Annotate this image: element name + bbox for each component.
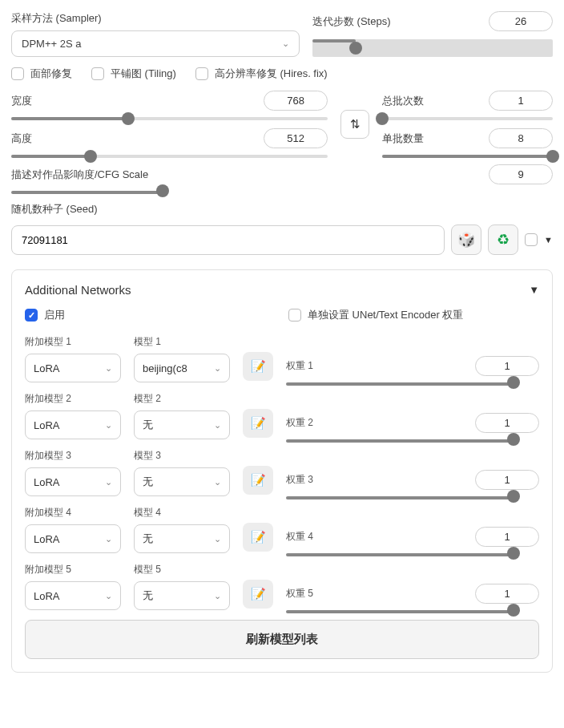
- enable-checkbox[interactable]: ✓ 启用: [25, 308, 276, 322]
- sampler-value: DPM++ 2S a: [22, 38, 81, 50]
- width-slider[interactable]: [11, 117, 328, 120]
- batch-size-slider[interactable]: [382, 155, 553, 158]
- seed-random-button[interactable]: 🎲: [451, 224, 481, 255]
- edit-button-5[interactable]: 📝: [243, 580, 273, 609]
- seed-label: 随机数种子 (Seed): [11, 202, 553, 216]
- seed-reuse-button[interactable]: ♻: [488, 224, 518, 255]
- dice-icon: 🎲: [457, 231, 475, 249]
- model-select-1[interactable]: beijing(c8⌄: [134, 354, 230, 382]
- batch-count-value[interactable]: 1: [489, 91, 553, 111]
- batch-size-value[interactable]: 8: [489, 128, 553, 148]
- height-slider[interactable]: [11, 155, 328, 158]
- edit-icon: 📝: [251, 587, 266, 601]
- addnet-row-1: 附加模型 1LoRA⌄模型 1beijing(c8⌄📝权重 11: [25, 335, 539, 382]
- swap-icon: ⇅: [350, 117, 361, 131]
- addon-type-select-4[interactable]: LoRA⌄: [25, 524, 121, 553]
- chevron-down-icon: ⌄: [282, 38, 289, 49]
- edit-icon: 📝: [251, 416, 266, 431]
- swap-wh-button[interactable]: ⇅: [340, 110, 369, 139]
- model-select-2[interactable]: 无⌄: [134, 411, 230, 439]
- batch-count-slider[interactable]: [382, 117, 553, 120]
- model-select-4[interactable]: 无⌄: [134, 524, 230, 553]
- tiling-checkbox[interactable]: 平铺图 (Tiling): [91, 67, 176, 81]
- edit-button-4[interactable]: 📝: [243, 523, 273, 552]
- recycle-icon: ♻: [497, 231, 510, 249]
- edit-button-2[interactable]: 📝: [243, 409, 273, 438]
- height-value[interactable]: 512: [264, 128, 328, 148]
- weight-value-2[interactable]: 1: [475, 413, 539, 433]
- width-label: 宽度: [11, 94, 32, 108]
- batch-size-label: 单批数量: [382, 131, 424, 146]
- height-label: 高度: [11, 131, 32, 146]
- sampler-select[interactable]: DPM++ 2S a ⌄: [11, 30, 300, 57]
- additional-networks-panel: Additional Networks ▼ ✓ 启用 单独设置 UNet/Tex…: [11, 269, 553, 673]
- sampler-label: 采样方法 (Sampler): [11, 11, 300, 26]
- addon-type-select-5[interactable]: LoRA⌄: [25, 581, 121, 610]
- seed-expand-icon[interactable]: ▼: [544, 235, 553, 245]
- addon-type-select-2[interactable]: LoRA⌄: [25, 411, 121, 439]
- sep-weight-checkbox[interactable]: 单独设置 UNet/Text Encoder 权重: [288, 308, 539, 322]
- check-icon: ✓: [25, 309, 38, 322]
- addnet-row-4: 附加模型 4LoRA⌄模型 4无⌄📝权重 41: [25, 506, 539, 553]
- weight-value-5[interactable]: 1: [475, 584, 539, 604]
- cfg-value[interactable]: 9: [489, 164, 553, 184]
- model-select-3[interactable]: 无⌄: [134, 467, 230, 496]
- edit-icon: 📝: [251, 359, 266, 374]
- seed-input[interactable]: [11, 225, 445, 255]
- hires-fix-checkbox[interactable]: 高分辨率修复 (Hires. fix): [195, 67, 328, 81]
- weight-value-4[interactable]: 1: [475, 527, 539, 547]
- edit-icon: 📝: [251, 473, 266, 487]
- steps-label: 迭代步数 (Steps): [312, 14, 391, 29]
- refresh-models-button[interactable]: 刷新模型列表: [25, 620, 539, 659]
- addnet-row-2: 附加模型 2LoRA⌄模型 2无⌄📝权重 21: [25, 392, 539, 439]
- batch-count-label: 总批次数: [382, 94, 424, 108]
- edit-button-1[interactable]: 📝: [243, 352, 273, 381]
- addnet-row-3: 附加模型 3LoRA⌄模型 3无⌄📝权重 31: [25, 449, 539, 496]
- seed-extra-checkbox[interactable]: [525, 233, 538, 246]
- width-value[interactable]: 768: [264, 91, 328, 111]
- edit-button-3[interactable]: 📝: [243, 466, 273, 495]
- cfg-label: 描述对作品影响度/CFG Scale: [11, 168, 148, 182]
- addnet-row-5: 附加模型 5LoRA⌄模型 5无⌄📝权重 51: [25, 563, 539, 610]
- steps-value[interactable]: 26: [489, 11, 553, 31]
- addon-type-select-3[interactable]: LoRA⌄: [25, 467, 121, 496]
- panel-collapse-icon[interactable]: ▼: [529, 284, 539, 296]
- panel-title: Additional Networks: [25, 283, 131, 297]
- face-restore-checkbox[interactable]: 面部修复: [11, 67, 72, 81]
- weight-value-1[interactable]: 1: [475, 356, 539, 376]
- edit-icon: 📝: [251, 530, 266, 544]
- model-select-5[interactable]: 无⌄: [134, 581, 230, 610]
- steps-slider[interactable]: [312, 39, 553, 57]
- addon-type-select-1[interactable]: LoRA⌄: [25, 354, 121, 382]
- weight-value-3[interactable]: 1: [475, 470, 539, 490]
